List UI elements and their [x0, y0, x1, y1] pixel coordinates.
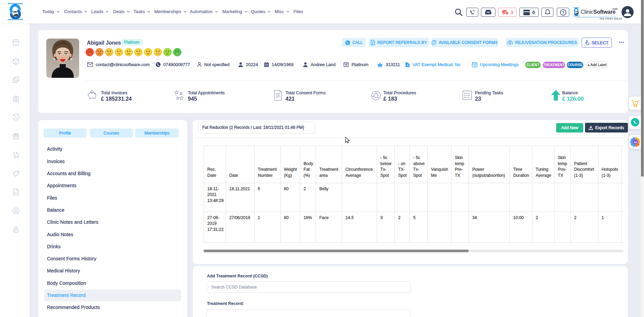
svg-text:£: £	[407, 64, 408, 66]
svg-text:12: 12	[473, 64, 476, 67]
svg-text:$: $	[91, 91, 93, 94]
svg-text:?: ?	[562, 10, 564, 14]
svg-text:AI: AI	[634, 141, 637, 144]
svg-text:12: 12	[15, 42, 17, 45]
